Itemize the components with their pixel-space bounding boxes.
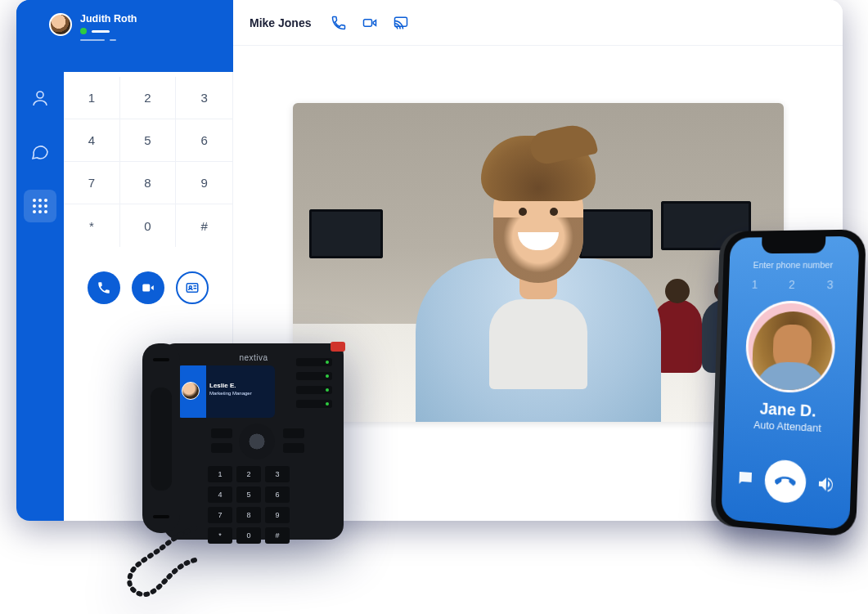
dialpad: 1 2 3 4 5 6 7 8 9 * 0 # [64,77,232,247]
status-line [92,30,110,33]
call-icon[interactable] [331,15,347,31]
video-icon[interactable] [362,15,378,31]
smartphone: Enter phone number 1 2 3 Jane D. Auto At… [715,229,866,537]
desk-phone-avatar [182,382,200,400]
svg-point-7 [33,210,36,213]
pkey[interactable]: 4 [208,486,232,503]
pkey[interactable]: 0 [236,527,261,544]
pkey[interactable]: 6 [265,486,290,503]
svg-point-8 [38,210,42,213]
pkey[interactable]: 8 [236,507,261,523]
user-name: Judith Roth [80,13,137,25]
key-3[interactable]: 3 [176,77,232,119]
phone-cord [121,527,219,600]
contacts-icon[interactable] [24,82,56,114]
pkey[interactable]: 5 [236,486,261,503]
dial-row: 1 2 3 [729,278,858,292]
dialpad-icon[interactable] [24,190,56,222]
video-frame[interactable] [293,103,784,422]
status-indicator[interactable] [80,28,137,34]
caller-avatar [744,300,837,394]
key-6[interactable]: 6 [176,119,232,162]
dial-actions [64,271,232,304]
key-hash[interactable]: # [176,204,232,247]
pkey[interactable]: 9 [265,507,290,523]
chat-icon[interactable] [24,136,56,168]
pkey[interactable]: 2 [236,466,261,482]
desk-phone: nextiva Leslie E. Marketing Manager 1 2 … [106,343,360,605]
desk-phone-caller-name: Leslie E. [209,382,236,389]
cast-icon[interactable] [393,15,409,31]
sidebar-rail [16,0,64,521]
avatar[interactable] [49,13,72,36]
fn-button[interactable] [283,428,304,438]
svg-point-2 [38,199,42,202]
digit[interactable]: 2 [789,278,795,291]
desk-phone-caller-role: Marketing Manager [209,391,252,396]
desk-phone-keypad: 1 2 3 4 5 6 7 8 9 * 0 # [208,466,290,544]
key-1[interactable]: 1 [64,77,120,119]
svg-point-4 [33,204,36,208]
status-substatus [80,39,137,41]
video-participant [407,144,669,422]
svg-point-0 [37,92,43,98]
key-star[interactable]: * [64,204,120,247]
svg-rect-10 [142,285,150,292]
pkey[interactable]: 3 [265,466,290,482]
svg-point-6 [44,204,47,208]
fn-button[interactable] [211,443,232,453]
svg-point-9 [44,210,47,213]
pkey[interactable]: 1 [208,466,232,482]
svg-point-5 [38,204,42,208]
key-0[interactable]: 0 [120,204,177,247]
key-2[interactable]: 2 [120,77,177,119]
call-actions [722,455,852,509]
soft-keys[interactable] [296,358,332,408]
hangup-button[interactable] [764,459,807,504]
svg-point-1 [33,199,36,202]
fn-button[interactable] [283,443,304,453]
desk-phone-base: nextiva Leslie E. Marketing Manager 1 2 … [164,343,344,540]
svg-point-12 [189,286,191,289]
digit[interactable]: 3 [826,278,833,291]
svg-point-3 [44,199,47,202]
handset[interactable] [142,343,180,533]
conversation-topbar: Mike Jones [233,0,843,46]
smartphone-screen[interactable]: Enter phone number 1 2 3 Jane D. Auto At… [721,236,859,531]
digit[interactable]: 1 [752,278,758,291]
desk-phone-screen: Leslie E. Marketing Manager [177,365,275,418]
svg-rect-13 [364,19,372,25]
contact-card-button[interactable] [176,271,209,304]
presence-dot [80,28,87,34]
audio-call-button[interactable] [88,271,120,304]
svg-rect-14 [395,17,407,26]
key-5[interactable]: 5 [120,119,177,162]
speaker-icon[interactable] [816,473,837,495]
key-7[interactable]: 7 [64,162,120,204]
nav-pad[interactable] [239,424,275,459]
key-9[interactable]: 9 [176,162,232,204]
pkey[interactable]: # [265,527,290,544]
phone-number-input[interactable]: Enter phone number [730,259,859,270]
key-4[interactable]: 4 [64,119,120,162]
message-icon[interactable] [736,468,755,489]
video-call-button[interactable] [132,271,164,304]
pkey[interactable]: 7 [208,507,232,523]
message-lamp [331,342,345,352]
fn-button[interactable] [211,428,232,438]
notch [762,236,826,253]
key-8[interactable]: 8 [120,162,177,204]
contact-name: Mike Jones [250,16,311,29]
user-header: Judith Roth [16,0,233,72]
